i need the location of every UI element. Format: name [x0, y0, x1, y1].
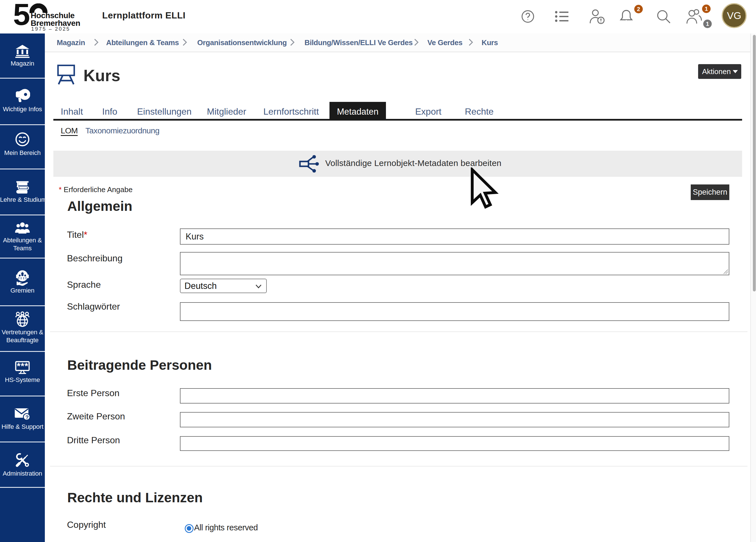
svg-text:?: ?: [25, 414, 29, 420]
svg-text:*: *: [21, 361, 24, 371]
svg-text:*: *: [25, 361, 28, 371]
svg-text:*: *: [17, 361, 20, 371]
